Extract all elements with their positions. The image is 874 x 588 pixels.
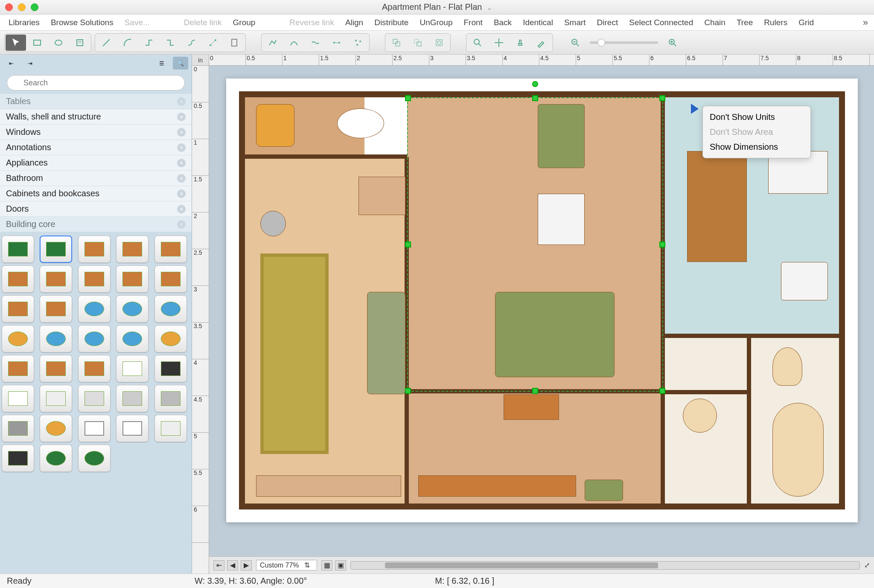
shape-item[interactable] xyxy=(78,445,111,472)
shape-item[interactable] xyxy=(116,236,149,263)
fit-page-button[interactable]: ⤢ xyxy=(864,561,870,569)
tool-connector-2[interactable] xyxy=(160,35,181,51)
drawing-page[interactable]: Don't Show Units Don't Show Area Show Di… xyxy=(226,79,858,522)
menu-grid[interactable]: Grid xyxy=(796,16,816,29)
tool-rectangle[interactable] xyxy=(27,35,47,51)
shape-item[interactable] xyxy=(40,236,72,263)
furniture-bench[interactable] xyxy=(418,475,576,497)
shape-item[interactable] xyxy=(40,385,72,412)
category-windows[interactable]: Windows× xyxy=(0,125,192,140)
shape-item[interactable] xyxy=(2,445,34,472)
shape-item[interactable] xyxy=(40,445,72,472)
shape-item[interactable] xyxy=(2,415,34,442)
close-window-button[interactable] xyxy=(5,3,13,11)
horizontal-scrollbar[interactable] xyxy=(350,561,860,570)
close-icon[interactable]: × xyxy=(177,113,186,121)
page-next-button[interactable]: ▶ xyxy=(241,560,252,571)
furniture-table-oval[interactable] xyxy=(337,108,384,138)
shape-item[interactable] xyxy=(154,415,187,442)
furniture-sofa[interactable] xyxy=(367,292,405,394)
shape-item[interactable] xyxy=(40,295,72,323)
ruler-vertical[interactable]: 00.511.522.533.544.555.56 xyxy=(192,66,209,573)
furniture-couch[interactable] xyxy=(538,104,585,168)
wall[interactable] xyxy=(407,389,663,393)
smart-tag-icon[interactable] xyxy=(691,104,699,114)
menu-rulers[interactable]: Rulers xyxy=(761,16,790,29)
wall[interactable] xyxy=(239,504,845,509)
tool-curve[interactable] xyxy=(284,35,304,51)
shape-item[interactable] xyxy=(154,236,187,263)
window-title[interactable]: Apartment Plan - Flat Plan ⌄ xyxy=(382,2,492,12)
menu-overflow-icon[interactable]: » xyxy=(863,17,868,28)
tool-eyedropper[interactable] xyxy=(531,35,552,51)
shape-item[interactable] xyxy=(40,355,72,382)
wall[interactable] xyxy=(239,91,845,97)
menu-direct[interactable]: Direct xyxy=(594,16,621,29)
tool-connector-3[interactable] xyxy=(181,35,202,51)
wall[interactable] xyxy=(663,390,751,394)
shape-item[interactable] xyxy=(154,355,187,382)
menu-item-show-dimensions[interactable]: Show Dimensions xyxy=(710,140,804,154)
furniture-armchair[interactable] xyxy=(256,104,294,147)
furniture-dining-table[interactable] xyxy=(687,151,747,262)
zoom-window-button[interactable] xyxy=(31,3,38,11)
tool-polyline[interactable] xyxy=(262,35,283,51)
sidebar-tab-list[interactable]: ☰ xyxy=(154,57,169,70)
shape-item[interactable] xyxy=(78,295,111,323)
wall[interactable] xyxy=(839,91,845,509)
tool-zoom[interactable] xyxy=(467,35,488,51)
shape-item[interactable] xyxy=(40,415,72,442)
shape-item[interactable] xyxy=(40,265,72,293)
shape-item[interactable] xyxy=(78,265,111,293)
canvas-viewport[interactable]: Don't Show Units Don't Show Area Show Di… xyxy=(209,66,874,556)
furniture-wardrobe[interactable] xyxy=(256,475,401,497)
furniture-desk-chair[interactable] xyxy=(260,211,286,236)
page-first-button[interactable]: ⇤ xyxy=(213,560,224,571)
close-icon[interactable]: × xyxy=(177,159,186,167)
shape-item[interactable] xyxy=(2,295,34,323)
rotate-handle[interactable] xyxy=(532,81,538,87)
view-thumb-button[interactable]: ▣ xyxy=(335,560,346,571)
furniture-sink[interactable] xyxy=(781,262,828,300)
zoom-out-button[interactable] xyxy=(565,35,586,51)
shape-item[interactable] xyxy=(2,355,34,382)
furniture-rug[interactable] xyxy=(260,253,329,454)
menu-back[interactable]: Back xyxy=(491,16,514,29)
search-input[interactable] xyxy=(7,75,185,90)
menu-distribute[interactable]: Distribute xyxy=(372,16,411,29)
sidebar-tab-collapse[interactable]: ⇥ xyxy=(22,57,38,70)
furniture-basin[interactable] xyxy=(683,399,717,433)
shape-item[interactable] xyxy=(40,325,72,352)
tool-layer-2[interactable] xyxy=(408,35,428,51)
menu-ungroup[interactable]: UnGroup xyxy=(417,16,455,29)
category-bathroom[interactable]: Bathroom× xyxy=(0,171,192,186)
menu-browse-solutions[interactable]: Browse Solutions xyxy=(48,16,116,29)
category-appliances[interactable]: Appliances× xyxy=(0,155,192,171)
close-icon[interactable]: × xyxy=(177,97,186,106)
shape-item[interactable] xyxy=(78,325,111,352)
page-prev-button[interactable]: ◀ xyxy=(227,560,238,571)
close-icon[interactable]: × xyxy=(177,205,186,213)
category-walls[interactable]: Walls, shell and structure× xyxy=(0,109,192,125)
tool-layer-1[interactable] xyxy=(386,35,407,51)
category-cabinets[interactable]: Cabinets and bookcases× xyxy=(0,186,192,201)
menu-group[interactable]: Group xyxy=(230,16,258,29)
shape-item[interactable] xyxy=(78,415,111,442)
menu-delete-link[interactable]: Delete link xyxy=(181,16,224,29)
minimize-window-button[interactable] xyxy=(18,3,26,11)
shape-item[interactable] xyxy=(116,355,149,382)
tool-scatter[interactable] xyxy=(348,35,368,51)
menu-item-dont-show-area[interactable]: Don't Show Area xyxy=(710,125,804,140)
menu-align[interactable]: Align xyxy=(343,16,366,29)
menu-item-dont-show-units[interactable]: Don't Show Units xyxy=(710,110,804,125)
wall[interactable] xyxy=(661,97,665,504)
furniture-fridge[interactable] xyxy=(538,194,585,245)
menu-libraries[interactable]: Libraries xyxy=(6,16,42,29)
tool-line[interactable] xyxy=(96,35,117,51)
close-icon[interactable]: × xyxy=(177,174,186,183)
tool-clipboard[interactable] xyxy=(224,35,245,51)
furniture-sectional[interactable] xyxy=(495,292,615,377)
category-annotations[interactable]: Annotations× xyxy=(0,140,192,155)
zoom-select[interactable]: Custom 77% ⇅ xyxy=(256,560,317,571)
tool-stamp[interactable] xyxy=(510,35,530,51)
